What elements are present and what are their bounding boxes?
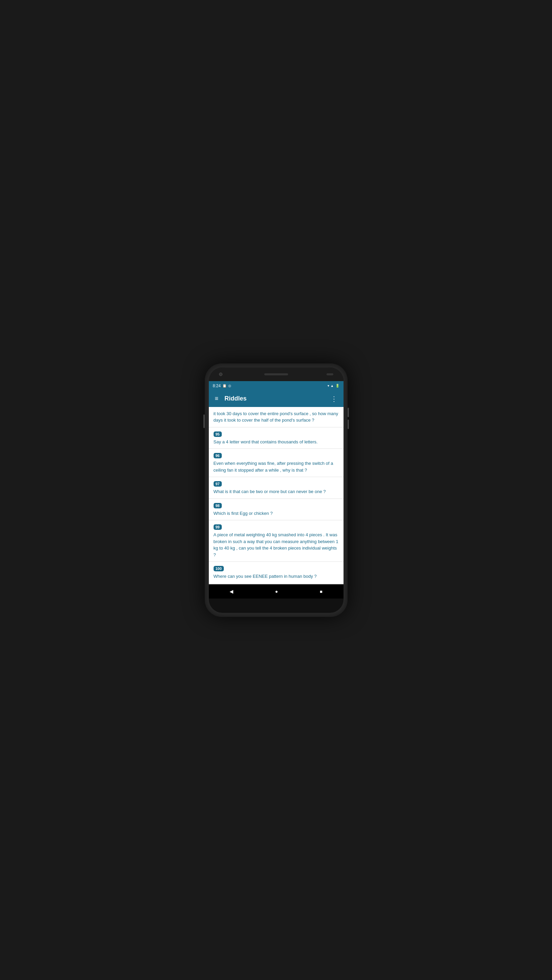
riddle-badge-96: 96 xyxy=(214,453,222,458)
front-sensor xyxy=(327,373,333,375)
menu-icon[interactable]: ≡ xyxy=(213,393,221,404)
status-bar: 8:24 📋 ◎ ▾ ▲ 🔋 xyxy=(209,381,344,391)
wifi-icon: ▾ xyxy=(328,384,329,388)
riddle-item-97[interactable]: 97 What is it that can be two or more bu… xyxy=(209,477,344,499)
signal-icon: ▲ xyxy=(331,384,334,388)
more-options-icon[interactable]: ⋮ xyxy=(328,393,339,405)
riddle-item-98[interactable]: 98 Which is first Egg or chicken ? xyxy=(209,499,344,520)
riddle-text-97: What is it that can be two or more but c… xyxy=(214,488,339,495)
riddle-text-96: Even when everything was fine, after pre… xyxy=(214,460,339,473)
volume-up-button[interactable] xyxy=(347,408,349,417)
phone-device: 8:24 📋 ◎ ▾ ▲ 🔋 ≡ Riddles ⋮ xyxy=(205,363,347,617)
back-button[interactable] xyxy=(224,586,239,597)
navigation-bar xyxy=(209,584,344,598)
riddles-list[interactable]: it took 30 days to cover the entire pond… xyxy=(209,407,344,584)
phone-screen: 8:24 📋 ◎ ▾ ▲ 🔋 ≡ Riddles ⋮ xyxy=(209,368,344,613)
riddle-badge-98: 98 xyxy=(214,503,222,508)
riddle-badge-97: 97 xyxy=(214,481,222,487)
riddle-text-95: Say a 4 letter word that contains thousa… xyxy=(214,439,339,445)
riddle-badge-95: 95 xyxy=(214,431,222,437)
screen-content: 8:24 📋 ◎ ▾ ▲ 🔋 ≡ Riddles ⋮ xyxy=(209,381,344,598)
riddle-item-100[interactable]: 100 Where can you see EENEE pattern in h… xyxy=(209,562,344,584)
home-button[interactable] xyxy=(270,586,283,597)
app-title: Riddles xyxy=(224,395,328,402)
riddle-text-100: Where can you see EENEE pattern in human… xyxy=(214,573,339,580)
riddle-text-partial: it took 30 days to cover the entire pond… xyxy=(214,411,338,423)
volume-down-button[interactable] xyxy=(347,420,349,429)
riddle-badge-100: 100 xyxy=(214,566,224,571)
power-button[interactable] xyxy=(203,414,205,428)
riddle-item-95[interactable]: 95 Say a 4 letter word that contains tho… xyxy=(209,427,344,449)
notification-icon-2: ◎ xyxy=(228,384,231,388)
recents-button[interactable] xyxy=(314,586,328,597)
riddle-item-partial[interactable]: it took 30 days to cover the entire pond… xyxy=(209,407,344,427)
app-toolbar: ≡ Riddles ⋮ xyxy=(209,391,344,407)
battery-icon: 🔋 xyxy=(335,384,339,388)
riddle-text-98: Which is first Egg or chicken ? xyxy=(214,510,339,517)
status-right-group: ▾ ▲ 🔋 xyxy=(328,384,339,388)
front-camera xyxy=(219,372,222,376)
riddle-text-99: A piece of metal weighting 40 kg smashed… xyxy=(214,531,339,558)
notification-icon-1: 📋 xyxy=(222,384,227,388)
status-time: 8:24 xyxy=(213,383,221,388)
phone-camera-bar xyxy=(209,368,344,381)
riddle-item-96[interactable]: 96 Even when everything was fine, after … xyxy=(209,449,344,477)
status-left-group: 8:24 📋 ◎ xyxy=(213,383,231,388)
riddle-item-99[interactable]: 99 A piece of metal weighting 40 kg smas… xyxy=(209,520,344,562)
riddle-badge-99: 99 xyxy=(214,524,222,530)
earpiece-speaker xyxy=(264,373,288,375)
